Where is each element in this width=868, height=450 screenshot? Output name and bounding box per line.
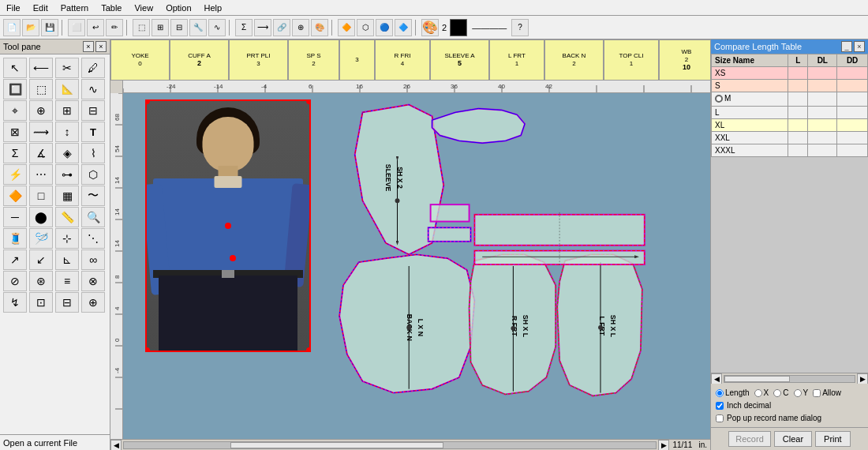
tab-l-frt[interactable]: L FRT1 [489, 39, 544, 81]
tool-dots[interactable]: ⋯ [29, 164, 53, 185]
tool-box2[interactable]: □ [29, 186, 53, 206]
toolbar-btn10[interactable]: 🔧 [189, 19, 207, 36]
size-row-xs[interactable]: XS [712, 67, 868, 80]
tool-scissors[interactable]: ✂ [55, 58, 79, 78]
tool-hex2[interactable]: 🔶 [3, 186, 27, 206]
canvas-handle[interactable] [230, 255, 236, 261]
tool-sigma[interactable]: Σ [3, 143, 27, 163]
tab-r-fri[interactable]: R FRI4 [375, 39, 430, 81]
tab-sp[interactable]: SP S2 [288, 39, 339, 81]
toolbar-color-swatch[interactable] [450, 19, 467, 36]
toolbar-btn16[interactable]: 🎨 [311, 19, 328, 36]
checkbox-inch-decimal[interactable]: Inch decimal [716, 401, 863, 410]
scroll-left-btn[interactable]: ◀ [110, 440, 122, 451]
tool-extra13[interactable]: ↯ [3, 292, 27, 313]
tool-extra11[interactable]: ≡ [55, 271, 79, 291]
toolbar-btn7[interactable]: ⬚ [133, 19, 150, 36]
size-row-xl[interactable]: XL [712, 118, 868, 131]
tool-extra16[interactable]: ⊕ [81, 292, 105, 313]
h-scrollbar[interactable]: ◀ ▶ 11/11 in. [110, 439, 710, 450]
tab-top-cli[interactable]: TOP CLI1 [604, 39, 659, 81]
size-row-m[interactable]: M [712, 92, 868, 107]
record-button[interactable]: Record [728, 431, 770, 447]
tool-text[interactable]: T [81, 122, 105, 142]
toolbar-btn8[interactable]: ⊞ [152, 19, 169, 36]
toolbar-new[interactable]: 📄 [3, 19, 21, 36]
toolbar-btn17[interactable]: 🔶 [338, 19, 355, 36]
tool-vline[interactable]: ↕ [55, 122, 79, 142]
toolbar-btn14[interactable]: 🔗 [273, 19, 290, 36]
size-row-xxl[interactable]: XXL [712, 131, 868, 144]
tool-angle2[interactable]: ∡ [29, 143, 53, 163]
radio-c[interactable]: C [773, 388, 788, 397]
toolbar-line-style[interactable]: ———— [469, 23, 510, 32]
size-row-l[interactable]: L [712, 106, 868, 118]
h-scroll-track[interactable] [123, 441, 657, 449]
toolbar-btn20[interactable]: 🔷 [395, 19, 412, 36]
toolbar-save[interactable]: 💾 [41, 19, 58, 36]
tool-crosshair[interactable]: ⌖ [3, 100, 27, 121]
radio-length[interactable]: Length [716, 388, 750, 397]
tool-frame[interactable]: ⬚ [29, 79, 53, 99]
size-row-s[interactable]: S [712, 80, 868, 92]
tool-extra8[interactable]: ∞ [81, 249, 105, 270]
tab-yoke[interactable]: YOKE0 [110, 39, 170, 81]
tool-line2[interactable]: ─ [3, 207, 27, 227]
toolbar-btn13[interactable]: ⟶ [254, 19, 271, 36]
panel-close-btn[interactable]: × [854, 41, 865, 52]
tool-measure[interactable]: 📏 [55, 207, 79, 227]
menu-table[interactable]: Table [95, 2, 128, 14]
toolbar-btn4[interactable]: ⬜ [68, 19, 85, 36]
tab-back-n[interactable]: BACK N2 [544, 39, 604, 81]
tool-bolt[interactable]: ⚡ [3, 164, 27, 185]
menu-help[interactable]: Help [198, 2, 229, 14]
radio-y[interactable]: Y [794, 388, 809, 397]
checkbox-popup-record[interactable]: Pop up record name dialog [716, 414, 863, 422]
tool-extra10[interactable]: ⊛ [29, 271, 53, 291]
toolbar-btn9[interactable]: ⊟ [170, 19, 188, 36]
toolbar-btn11[interactable]: ∿ [208, 19, 226, 36]
tab-wb[interactable]: WB210 [659, 39, 710, 81]
tool-extra14[interactable]: ⊡ [29, 292, 53, 313]
radio-x[interactable]: X [754, 388, 769, 397]
toolbar-color-wheel[interactable]: 🎨 [421, 19, 439, 36]
tool-box[interactable]: ⊠ [3, 122, 27, 142]
panel-scroll-thumb[interactable] [724, 376, 790, 382]
print-button[interactable]: Print [815, 431, 851, 447]
tool-pane-close-btn[interactable]: × [95, 41, 107, 52]
tool-extra15[interactable]: ⊟ [55, 292, 79, 313]
tool-pen[interactable]: 🖊 [81, 58, 105, 78]
tab-cuff[interactable]: CUFF A2 [170, 39, 229, 81]
tool-extra2[interactable]: 🪡 [29, 228, 53, 249]
toolbar-help[interactable]: ? [511, 19, 529, 36]
panel-scroll-track[interactable] [724, 375, 855, 383]
tool-extra4[interactable]: ⋱ [81, 228, 105, 249]
toolbar-btn19[interactable]: 🔵 [376, 19, 393, 36]
size-row-xxxl[interactable]: XXXL [712, 144, 868, 156]
tool-curve[interactable]: ∿ [81, 79, 105, 99]
tool-extra5[interactable]: ↗ [3, 249, 27, 270]
toolbar-btn18[interactable]: ⬡ [357, 19, 374, 36]
toolbar-btn6[interactable]: ✏ [106, 19, 123, 36]
toolbar-btn15[interactable]: ⊕ [292, 19, 309, 36]
tool-extra7[interactable]: ⊾ [55, 249, 79, 270]
tool-curve2[interactable]: 〜 [81, 186, 105, 206]
canvas-viewport[interactable]: SLEEVE SH X 2 BACK N L X N [123, 93, 710, 439]
toolbar-open[interactable]: 📂 [22, 19, 39, 36]
menu-edit[interactable]: Edit [27, 2, 54, 14]
panel-scrollbar[interactable]: ◀ ▶ [711, 373, 868, 384]
tool-box3[interactable]: ▦ [55, 186, 79, 206]
tool-circle[interactable]: ⊕ [29, 100, 53, 121]
panel-scroll-left[interactable]: ◀ [711, 373, 722, 384]
tab-sleeve[interactable]: SLEEVE A5 [430, 39, 489, 81]
tool-link[interactable]: ⊶ [55, 164, 79, 185]
menu-view[interactable]: View [128, 2, 159, 14]
tool-extra3[interactable]: ⊹ [55, 228, 79, 249]
panel-scroll-right[interactable]: ▶ [857, 373, 868, 384]
tab-prt[interactable]: PRT PLI3 [229, 39, 288, 81]
tool-zigzag[interactable]: ⌇ [81, 143, 105, 163]
tool-pane-pin-btn[interactable]: × [83, 41, 94, 52]
clear-button[interactable]: Clear [774, 431, 812, 447]
tool-extra6[interactable]: ↙ [29, 249, 53, 270]
tool-minus[interactable]: ⊟ [81, 100, 105, 121]
